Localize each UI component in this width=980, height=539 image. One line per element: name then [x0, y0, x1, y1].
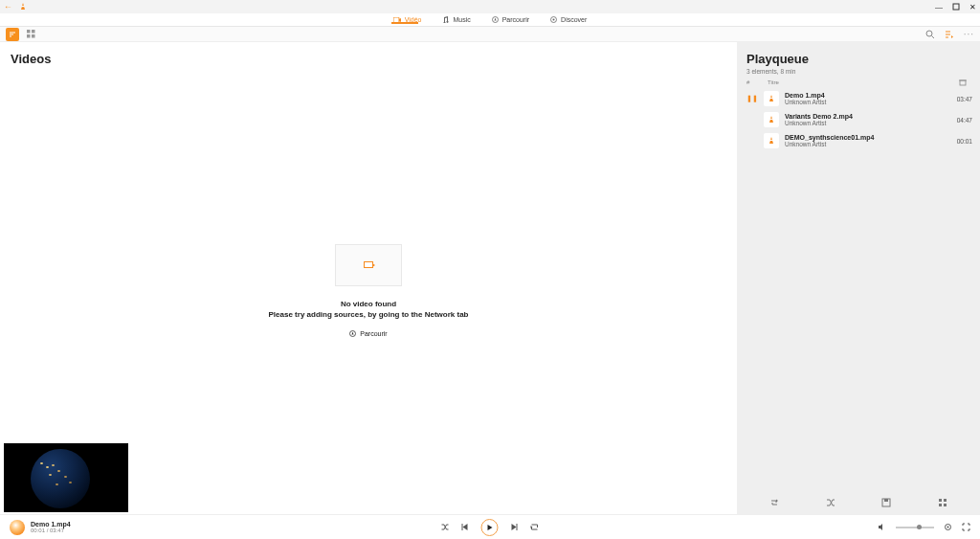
svg-marker-32 — [776, 500, 778, 503]
play-button[interactable] — [481, 519, 499, 536]
queue-item[interactable]: Variants Demo 2.mp4 Unknown Artist 04:47 — [737, 109, 980, 130]
top-nav: Vidéo Music Parcourir Discover — [0, 13, 980, 27]
nav-tab-parcourir[interactable]: Parcourir — [492, 16, 529, 23]
save-playlist-icon[interactable] — [881, 498, 891, 507]
fullscreen-icon[interactable] — [962, 523, 970, 531]
playqueue-heading: Playqueue — [746, 52, 980, 66]
playqueue-panel: Playqueue 3 elements, 8 min # Titre ❚❚ D… — [737, 42, 980, 514]
playqueue-meta: 3 elements, 8 min — [737, 68, 980, 75]
empty-state-card — [335, 244, 402, 286]
search-icon[interactable] — [925, 30, 935, 39]
volume-slider[interactable] — [896, 527, 934, 528]
now-playing-icon: ❚❚ — [746, 95, 758, 102]
queue-item-duration: 04:47 — [957, 117, 972, 124]
nav-tab-label: Music — [453, 16, 470, 23]
repeat-icon[interactable] — [769, 498, 779, 507]
music-icon — [442, 16, 449, 23]
play-icon — [488, 525, 493, 530]
player-position: 00:01 / 03:47 — [31, 528, 71, 533]
next-icon[interactable] — [510, 523, 519, 531]
empty-state-title: No video found — [341, 300, 396, 308]
queue-item-duration: 03:47 — [957, 96, 972, 102]
svg-marker-44 — [879, 524, 882, 530]
svg-rect-12 — [27, 30, 31, 34]
svg-rect-3 — [393, 17, 399, 23]
svg-rect-13 — [32, 30, 35, 34]
svg-point-8 — [553, 19, 555, 21]
volume-icon[interactable] — [878, 523, 886, 531]
main-area: Videos No video found Please try adding … — [0, 42, 980, 514]
compass-icon — [492, 16, 499, 23]
svg-rect-24 — [960, 80, 966, 85]
player-artwork[interactable] — [10, 520, 25, 535]
back-icon[interactable]: ← — [4, 2, 12, 11]
queue-item[interactable]: ❚❚ Demo 1.mp4 Unknown Artist 03:47 — [737, 88, 980, 109]
player-title: Demo 1.mp4 — [31, 521, 71, 528]
queue-item-title: DEMO_synthscience01.mp4 — [785, 134, 874, 141]
svg-rect-15 — [32, 34, 35, 38]
volume-handle[interactable] — [917, 525, 922, 529]
sort-button[interactable] — [6, 28, 19, 41]
queue-item[interactable]: DEMO_synthscience01.mp4 Unknown Artist 0… — [737, 130, 980, 151]
nav-tab-label: Vidéo — [405, 16, 422, 23]
loop-icon[interactable] — [530, 523, 540, 531]
svg-rect-27 — [770, 98, 773, 99]
minimize-icon[interactable]: — — [935, 3, 943, 11]
svg-marker-23 — [352, 331, 354, 334]
svg-marker-41 — [512, 524, 517, 530]
playqueue-list: ❚❚ Demo 1.mp4 Unknown Artist 03:47 Varia… — [737, 88, 980, 491]
previous-icon[interactable] — [461, 523, 470, 531]
expand-icon[interactable] — [938, 498, 947, 507]
browse-label: Parcourir — [360, 330, 387, 337]
queue-item-thumb — [764, 91, 779, 106]
queue-item-artist: Unknown Artist — [785, 99, 826, 105]
video-icon — [393, 17, 401, 23]
svg-rect-42 — [517, 524, 518, 530]
vlc-cone-icon — [18, 2, 28, 11]
svg-point-16 — [926, 31, 932, 36]
svg-marker-39 — [463, 524, 468, 530]
close-icon[interactable]: ✕ — [969, 3, 976, 11]
maximize-icon[interactable] — [952, 3, 960, 11]
nav-tab-music[interactable]: Music — [442, 16, 470, 23]
discover-icon — [550, 16, 557, 23]
nav-tab-label: Discover — [561, 16, 587, 23]
pip-video-frame — [31, 449, 90, 508]
nav-tab-label: Parcourir — [502, 16, 529, 23]
svg-rect-38 — [944, 504, 947, 506]
picture-in-picture[interactable] — [4, 443, 128, 512]
queue-item-thumb — [764, 133, 779, 148]
svg-rect-35 — [939, 499, 942, 502]
empty-state-subtitle: Please try adding sources, by going to t… — [269, 310, 469, 319]
queue-item-duration: 00:01 — [957, 138, 972, 145]
shuffle-icon[interactable] — [441, 523, 450, 531]
playqueue-bottom-controls — [737, 491, 980, 514]
playqueue-toggle-icon[interactable] — [945, 30, 954, 39]
queue-col-num: # — [746, 79, 758, 85]
page-title: Videos — [11, 52, 737, 66]
svg-rect-34 — [884, 499, 888, 502]
grid-view-icon[interactable] — [27, 30, 35, 38]
nav-tab-video[interactable]: Vidéo — [393, 16, 422, 23]
queue-item-thumb — [764, 112, 779, 127]
queue-col-title: Titre — [758, 79, 959, 85]
cog-icon[interactable] — [944, 523, 952, 531]
svg-rect-29 — [770, 119, 773, 120]
compass-icon — [349, 330, 356, 337]
browse-button[interactable]: Parcourir — [349, 330, 387, 337]
svg-rect-36 — [944, 499, 947, 502]
svg-rect-1 — [22, 6, 25, 7]
clear-queue-icon[interactable] — [959, 79, 972, 86]
svg-rect-37 — [939, 504, 942, 506]
content-pane: Videos No video found Please try adding … — [0, 42, 737, 514]
queue-item-title: Demo 1.mp4 — [785, 92, 826, 99]
nav-tab-discover[interactable]: Discover — [550, 16, 587, 23]
menu-icon[interactable]: ··· — [964, 29, 974, 39]
toolbar: ··· — [0, 27, 980, 42]
shuffle-icon[interactable] — [826, 498, 835, 507]
playqueue-header-row: # Titre — [737, 75, 980, 88]
svg-rect-14 — [27, 34, 31, 38]
svg-point-46 — [947, 527, 949, 528]
video-recorder-icon — [364, 261, 373, 268]
svg-rect-40 — [462, 524, 463, 530]
